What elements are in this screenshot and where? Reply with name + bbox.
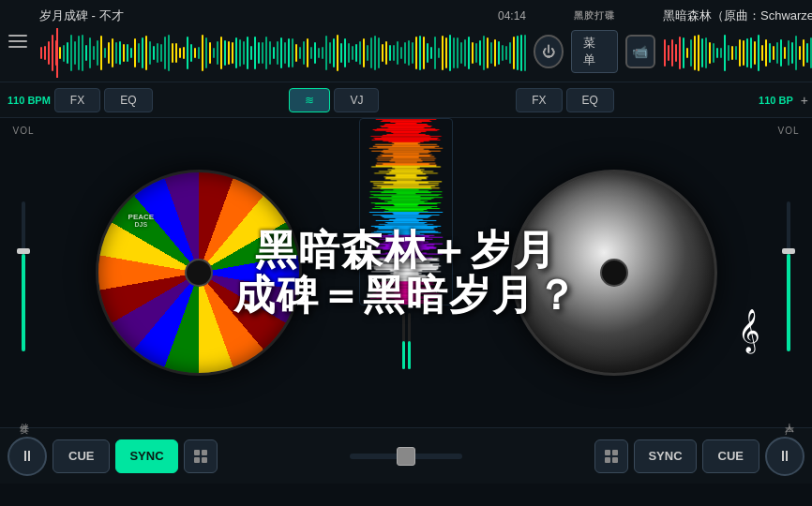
music-note-icon: 𝄞 <box>738 309 760 352</box>
center-mix-area <box>350 118 462 427</box>
left-vol-fill <box>22 254 25 351</box>
left-play-icon: ⏸ <box>20 448 35 465</box>
left-track-title: 岁月成碑 - 不才 <box>39 7 124 24</box>
bpm-row: 110 BPM FX EQ ≋ VJ FX EQ 110 BP + <box>0 82 812 118</box>
left-turntable-center <box>185 259 213 287</box>
right-cue-button[interactable]: CUE <box>702 439 759 473</box>
right-side-control: VOL 人声 <box>765 118 812 427</box>
right-sync-button[interactable]: SYNC <box>634 439 696 473</box>
left-sync-button[interactable]: SYNC <box>115 439 177 473</box>
left-vol-label: VOL <box>12 126 34 136</box>
mix-waveform <box>359 118 453 305</box>
right-vol-fill <box>787 254 790 351</box>
right-vol-label: VOL <box>777 126 799 136</box>
left-cue-button[interactable]: CUE <box>53 439 110 473</box>
center-slider-right[interactable] <box>408 313 411 369</box>
right-grid-button[interactable] <box>594 439 628 473</box>
right-bpm-plus[interactable]: + <box>797 93 808 108</box>
right-fx-button[interactable]: FX <box>516 88 562 112</box>
main-area: VOL 伴奏 PEACE DJS <box>0 118 812 427</box>
left-fx-button[interactable]: FX <box>54 88 100 112</box>
center-slider-left[interactable] <box>402 313 405 369</box>
left-turntable-label: PEACE DJS <box>128 213 155 230</box>
bottom-bar: ⏸ CUE SYNC SYNC CUE ⏸ <box>0 427 812 484</box>
crossfader-track[interactable] <box>350 454 462 459</box>
left-grid-button[interactable] <box>184 439 218 473</box>
left-playhead <box>56 28 58 78</box>
left-turntable[interactable]: PEACE DJS <box>96 170 302 376</box>
top-bar: 岁月成碑 - 不才 04:14 黑胶打碟 ⏻ 菜单 📹 黑暗森林（原曲：Schw… <box>0 0 812 82</box>
left-volume-slider[interactable] <box>22 201 25 351</box>
waveform-mode-button[interactable]: ≋ <box>289 88 330 112</box>
left-bpm: 110 BPM <box>4 95 51 106</box>
menu-button[interactable]: 菜单 <box>571 30 617 73</box>
center-mode-buttons: ≋ VJ <box>289 88 379 112</box>
deck-left-info: 岁月成碑 - 不才 04:14 <box>32 0 534 82</box>
crossfader-area <box>223 454 590 459</box>
deck-right-info: 黑暗森林（原曲：Schwarze... <box>655 0 812 82</box>
right-play-icon: ⏸ <box>777 448 792 465</box>
left-vol-thumb[interactable] <box>17 248 30 254</box>
waveform-icon: ≋ <box>305 94 314 107</box>
right-eq-button[interactable]: EQ <box>566 88 614 112</box>
right-turntable-center <box>600 259 628 287</box>
camera-button[interactable]: 📹 <box>625 35 655 68</box>
left-side-control: VOL 伴奏 <box>0 118 47 427</box>
right-ren-label: 人声 <box>782 416 795 420</box>
power-button[interactable]: ⏻ <box>534 35 564 68</box>
right-track-title: 黑暗森林（原曲：Schwarze... <box>663 7 812 24</box>
left-track-time: 04:14 <box>498 9 526 22</box>
center-top-controls: 黑胶打碟 ⏻ 菜单 📹 <box>534 9 655 73</box>
right-turntable[interactable] <box>511 170 717 376</box>
right-play-button[interactable]: ⏸ <box>765 437 804 476</box>
left-waveform[interactable] <box>39 28 526 78</box>
left-bai-label: 伴奏 <box>17 416 30 420</box>
right-waveform[interactable] <box>663 28 812 78</box>
left-deck-area: PEACE DJS <box>47 118 350 427</box>
right-bpm: 110 BP <box>751 95 793 106</box>
crossfader-thumb[interactable] <box>397 447 415 466</box>
left-play-button[interactable]: ⏸ <box>8 437 47 476</box>
right-vol-thumb[interactable] <box>782 248 795 254</box>
app-logo: 黑胶打碟 <box>574 9 615 22</box>
left-grid-icon <box>194 450 207 463</box>
vj-mode-button[interactable]: VJ <box>334 88 379 112</box>
left-eq-button[interactable]: EQ <box>104 88 152 112</box>
right-waveform-bars <box>663 28 812 78</box>
left-waveform-bars <box>39 28 526 78</box>
right-deck-area <box>462 118 765 427</box>
right-volume-slider[interactable] <box>787 201 790 351</box>
hamburger-left-button[interactable] <box>4 27 32 55</box>
right-grid-icon <box>605 450 618 463</box>
